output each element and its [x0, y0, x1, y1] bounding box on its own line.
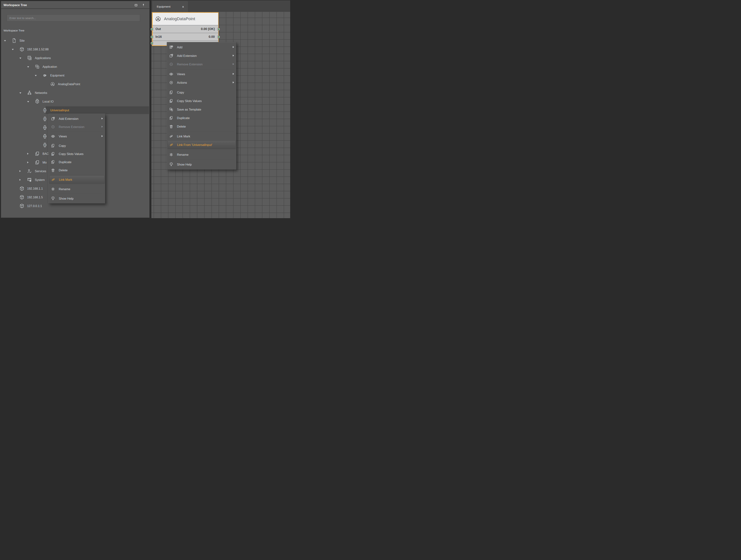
- menu-item-link-mark[interactable]: Link Mark: [167, 132, 236, 141]
- menu-item-label: Link From 'UniversalInput': [177, 141, 212, 149]
- cube-icon: [19, 47, 24, 52]
- menu-item-views[interactable]: Views: [49, 132, 105, 140]
- menu-item-show-help[interactable]: Show Help: [49, 194, 105, 203]
- menu-item-copy[interactable]: Copy: [167, 88, 236, 97]
- menu-item-copy-slots-values[interactable]: 123Copy Slots Values: [49, 150, 105, 158]
- submenu-arrow-icon: [233, 81, 234, 83]
- menu-item-add[interactable]: Add: [167, 43, 236, 52]
- panel-splitter[interactable]: [149, 0, 151, 220]
- chevron-collapsed-icon[interactable]: [27, 161, 28, 163]
- menu-item-duplicate[interactable]: Duplicate: [167, 114, 236, 122]
- slot-row-out[interactable]: Out0.00 [OK]: [152, 25, 218, 33]
- link-connector-right[interactable]: [217, 28, 220, 30]
- chevron-collapsed-icon[interactable]: [19, 170, 21, 172]
- menu-item-delete[interactable]: Delete: [49, 166, 105, 174]
- gear-icon: [42, 73, 48, 78]
- menu-item-duplicate[interactable]: Duplicate: [49, 158, 105, 166]
- chevron-expanded-icon[interactable]: [27, 101, 29, 102]
- chevron-expanded-icon[interactable]: [35, 75, 37, 76]
- menu-item-save-as-template[interactable]: Save as Template: [167, 105, 236, 114]
- app-icon: [35, 64, 40, 69]
- tab-equipment[interactable]: Equipment x: [152, 1, 188, 12]
- link-connector-left[interactable]: [151, 36, 153, 38]
- chevron-expanded-icon[interactable]: [19, 58, 21, 59]
- link-icon: [169, 143, 174, 147]
- duplicate-icon: [51, 160, 55, 164]
- link-connector-left[interactable]: [151, 42, 153, 45]
- tree-item-networks[interactable]: Networks: [1, 88, 149, 97]
- tree-item-label: Application: [43, 62, 57, 71]
- menu-item-copy-slots-values[interactable]: 123Copy Slots Values: [167, 97, 236, 105]
- services-icon: [27, 168, 32, 174]
- menu-item-label: Copy Slots Values: [177, 97, 202, 105]
- analog-icon: [50, 81, 55, 87]
- chevron-collapsed-icon[interactable]: [19, 179, 21, 181]
- menu-separator: [51, 184, 103, 184]
- chevron-expanded-icon[interactable]: [12, 49, 14, 50]
- chevron-expanded-icon[interactable]: [19, 92, 21, 94]
- tree-item-application[interactable]: Application: [1, 62, 149, 71]
- chevron-expanded-icon[interactable]: [4, 40, 6, 42]
- delete-icon: [169, 124, 174, 129]
- tree-item-label: 192.168.1.1: [27, 184, 43, 193]
- copyslots-icon: 123: [169, 99, 174, 103]
- tree-item-192-168-1-52-88[interactable]: 192.168.1.52:88: [1, 45, 149, 54]
- menu-item-link-mark[interactable]: Link Mark: [49, 175, 105, 184]
- menu-item-actions[interactable]: Actions: [167, 78, 236, 87]
- tab-label: Equipment: [157, 1, 171, 12]
- cube-icon: [19, 194, 24, 200]
- menu-item-label: Duplicate: [177, 114, 190, 122]
- help-icon: [51, 196, 55, 201]
- menu-item-label: Copy: [59, 142, 66, 150]
- menu-item-link-from-universalinput[interactable]: Link From 'UniversalInput': [167, 141, 236, 149]
- tree-item-applications[interactable]: Applications: [1, 54, 149, 62]
- tree-item-label: AnalogDataPoint: [58, 80, 80, 88]
- menu-item-remove-extension: Remove Extension: [167, 60, 236, 69]
- tree-item-site[interactable]: Site: [1, 36, 149, 45]
- menu-item-show-help[interactable]: Show Help: [167, 160, 236, 169]
- link-connector-left[interactable]: [151, 28, 153, 30]
- menu-item-add-extension[interactable]: Add Extension: [167, 52, 236, 60]
- menu-item-rename[interactable]: Rename: [167, 150, 236, 159]
- io-icon: AO: [42, 125, 48, 130]
- tree-item-local-io[interactable]: Local IO: [1, 97, 149, 106]
- tree-item-label: Applications: [35, 54, 51, 62]
- saveas-icon: [169, 107, 174, 112]
- link-icon: [169, 134, 174, 139]
- analog-data-point-block[interactable]: AnalogDataPoint Out0.00 [OK]In160.00: [152, 12, 219, 46]
- chevron-expanded-icon[interactable]: [27, 66, 29, 68]
- tab-close-icon[interactable]: x: [182, 1, 184, 12]
- tree-item-label: System: [35, 175, 45, 184]
- menu-separator: [51, 175, 103, 175]
- slot-row-in16[interactable]: In160.00: [152, 33, 218, 41]
- tree-item-label: Site: [19, 36, 25, 45]
- tree-item-universalinput[interactable]: UIUniversalInput: [1, 106, 149, 114]
- system-icon: [27, 177, 32, 182]
- tree-item-label: Local IO: [43, 97, 54, 106]
- menu-item-label: Views: [59, 132, 67, 140]
- menu-item-views[interactable]: Views: [167, 70, 236, 78]
- svg-text:123: 123: [52, 154, 53, 155]
- cube-icon: [19, 186, 24, 191]
- tree-item-equipment[interactable]: Equipment: [1, 71, 149, 80]
- menu-item-rename[interactable]: Rename: [49, 185, 105, 193]
- analog-point-icon: [155, 15, 161, 22]
- io-icon: DI: [42, 116, 48, 122]
- menu-item-add-extension[interactable]: Add Extension: [49, 114, 105, 123]
- tree-item-label: 192.168.1.52:88: [27, 45, 49, 54]
- block-header[interactable]: AnalogDataPoint: [152, 13, 218, 25]
- views-icon: [169, 72, 174, 76]
- chevron-collapsed-icon[interactable]: [27, 153, 28, 155]
- menu-item-label: Link Mark: [177, 132, 190, 141]
- io-icon: TO: [42, 142, 48, 148]
- apps-icon: [27, 55, 32, 61]
- menu-item-copy[interactable]: Copy: [49, 142, 105, 150]
- slot-name: In16: [155, 33, 162, 41]
- tree-item-analogdatapoint[interactable]: AnalogDataPoint: [1, 80, 149, 88]
- io-icon: UI: [42, 107, 48, 113]
- menu-item-label: Save as Template: [177, 105, 201, 114]
- views-icon: [51, 134, 55, 139]
- menu-item-delete[interactable]: Delete: [167, 122, 236, 131]
- submenu-arrow-icon: [233, 55, 234, 57]
- link-connector-right[interactable]: [217, 36, 220, 38]
